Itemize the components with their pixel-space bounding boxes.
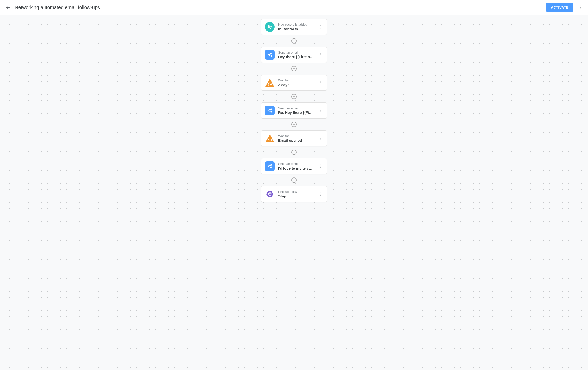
svg-point-26 xyxy=(320,110,321,111)
node-more-icon[interactable] xyxy=(317,24,323,30)
connector-line xyxy=(294,183,294,186)
svg-point-25 xyxy=(320,109,321,109)
add-step-button[interactable] xyxy=(291,122,297,127)
connector-line xyxy=(294,146,294,150)
workflow-node-send-email[interactable]: Send an email Re: Hey there {{First n… xyxy=(261,102,327,119)
header-right: ACTIVATE xyxy=(546,3,583,12)
workflow-node-send-email[interactable]: Send an email I'd love to invite you to… xyxy=(261,158,327,174)
node-more-icon[interactable] xyxy=(317,52,323,58)
node-body: Wait for ... Email opened xyxy=(278,134,314,142)
triangle-mail-icon xyxy=(265,133,275,143)
send-icon xyxy=(265,161,275,171)
node-label: End workflow xyxy=(278,190,314,194)
svg-point-7 xyxy=(320,25,321,26)
hand-stop-icon xyxy=(265,189,275,199)
svg-point-8 xyxy=(320,27,321,27)
connector-line xyxy=(294,91,294,94)
connector-line xyxy=(294,44,294,47)
workflow-node-wait[interactable]: Wait for ... 2 days xyxy=(261,75,327,91)
node-body: Send an email Hey there {{First name… xyxy=(278,51,314,59)
node-body: End workflow Stop xyxy=(278,190,314,198)
node-value: Re: Hey there {{First n… xyxy=(278,110,314,115)
node-more-icon[interactable] xyxy=(317,163,323,169)
node-value: In Contacts xyxy=(278,27,314,31)
svg-point-42 xyxy=(320,194,321,195)
svg-point-33 xyxy=(320,139,321,140)
send-icon xyxy=(265,106,275,115)
svg-point-3 xyxy=(580,8,580,9)
svg-point-22 xyxy=(320,84,321,84)
workflow-node-trigger[interactable]: New record is added In Contacts xyxy=(261,19,327,35)
node-more-icon[interactable] xyxy=(317,191,323,197)
svg-point-37 xyxy=(320,166,321,167)
node-label: Wait for ... xyxy=(278,134,314,138)
workflow-node-end[interactable]: End workflow Stop xyxy=(261,186,327,202)
svg-point-32 xyxy=(320,138,321,139)
connector-line xyxy=(294,174,294,177)
header-left: Networking automated email follow-ups xyxy=(5,4,100,10)
node-body: Send an email Re: Hey there {{First n… xyxy=(278,106,314,115)
send-icon xyxy=(265,50,275,60)
connector-line xyxy=(294,63,294,66)
connector-line xyxy=(294,71,294,75)
svg-point-21 xyxy=(320,82,321,83)
add-step-button[interactable] xyxy=(291,94,297,99)
svg-point-13 xyxy=(320,54,321,55)
connector xyxy=(291,119,297,130)
node-value: Hey there {{First name… xyxy=(278,55,314,59)
node-more-icon[interactable] xyxy=(317,108,323,113)
node-label: New record is added xyxy=(278,23,314,26)
node-label: Wait for ... xyxy=(278,78,314,82)
node-value: Email opened xyxy=(278,138,314,142)
connector xyxy=(291,63,297,75)
svg-point-9 xyxy=(320,28,321,29)
connector-line xyxy=(294,99,294,102)
node-value: Stop xyxy=(278,194,314,198)
connector xyxy=(291,91,297,102)
connector-line xyxy=(294,119,294,122)
node-more-icon[interactable] xyxy=(317,135,323,141)
svg-point-1 xyxy=(580,6,580,6)
svg-point-41 xyxy=(320,192,321,193)
add-step-button[interactable] xyxy=(291,66,297,71)
svg-point-12 xyxy=(320,53,321,54)
svg-point-14 xyxy=(320,56,321,56)
node-value: I'd love to invite you to… xyxy=(278,166,314,170)
node-body: Wait for ... 2 days xyxy=(278,78,314,87)
workflow-node-send-email[interactable]: Send an email Hey there {{First name… xyxy=(261,47,327,63)
connector-line xyxy=(294,155,294,158)
node-body: Send an email I'd love to invite you to… xyxy=(278,162,314,170)
workflow-flow: New record is added In Contacts xyxy=(0,15,588,212)
page-title: Networking automated email follow-ups xyxy=(15,5,100,10)
add-step-button[interactable] xyxy=(291,150,297,155)
workflow-canvas[interactable]: New record is added In Contacts xyxy=(0,15,588,370)
connector xyxy=(291,146,297,158)
svg-point-27 xyxy=(320,111,321,112)
triangle-clock-icon xyxy=(265,78,275,87)
node-value: 2 days xyxy=(278,83,314,87)
node-more-icon[interactable] xyxy=(317,80,323,86)
svg-point-36 xyxy=(320,164,321,165)
svg-point-43 xyxy=(320,195,321,196)
header: Networking automated email follow-ups AC… xyxy=(0,0,588,15)
activate-button[interactable]: ACTIVATE xyxy=(546,3,573,12)
svg-point-4 xyxy=(268,25,270,27)
add-step-button[interactable] xyxy=(291,177,297,183)
connector-line xyxy=(294,35,294,38)
node-body: New record is added In Contacts xyxy=(278,23,314,31)
svg-point-2 xyxy=(580,7,580,8)
workflow-node-wait[interactable]: Wait for ... Email opened xyxy=(261,130,327,146)
svg-point-20 xyxy=(320,81,321,82)
node-label: Send an email xyxy=(278,162,314,166)
connector xyxy=(291,35,297,47)
add-step-button[interactable] xyxy=(291,38,297,44)
connector-line xyxy=(294,127,294,130)
back-icon[interactable] xyxy=(5,4,11,10)
svg-point-31 xyxy=(320,137,321,137)
connector xyxy=(291,174,297,186)
node-label: Send an email xyxy=(278,106,314,110)
svg-point-38 xyxy=(320,167,321,168)
header-more-icon[interactable] xyxy=(577,4,583,10)
person-add-icon xyxy=(265,22,275,32)
node-label: Send an email xyxy=(278,51,314,54)
